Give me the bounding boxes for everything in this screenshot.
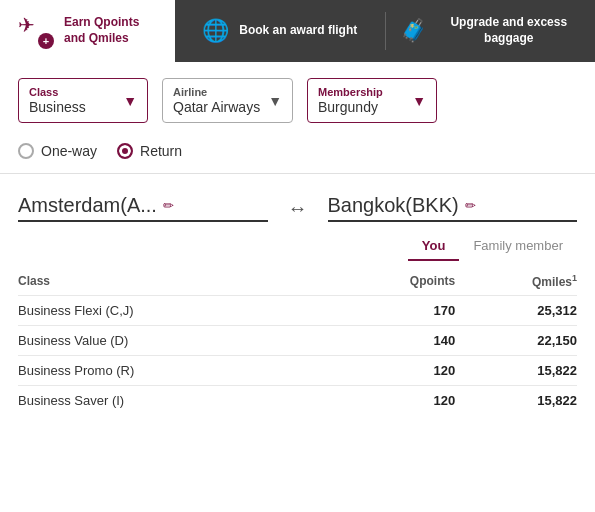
destination-text: Bangkok(BKK) (328, 194, 459, 217)
luggage-icon: 🧳 (400, 18, 427, 44)
destination-edit-icon[interactable]: ✏ (465, 198, 476, 213)
membership-filter-label: Membership (318, 86, 383, 98)
table-row: Business Value (D) 140 22,150 (18, 326, 577, 356)
class-chevron-icon: ▼ (123, 93, 137, 109)
airline-filter-inner: Airline Qatar Airways (173, 86, 260, 115)
tab-you-label: You (422, 238, 446, 253)
origin-value: Amsterdam(A... ✏ (18, 194, 268, 222)
airline-chevron-icon: ▼ (268, 93, 282, 109)
cell-qmiles: 15,822 (455, 386, 577, 416)
col-qpoints-header: Qpoints (333, 267, 456, 296)
earn-points-section: ✈ + Earn Qpoints and Qmiles (0, 0, 175, 62)
qpoints-table-wrap: Class Qpoints Qmiles1 Business Flexi (C,… (0, 267, 595, 431)
table-row: Business Saver (I) 120 15,822 (18, 386, 577, 416)
globe-icon: 🌐 (202, 18, 229, 44)
qpoints-table: Class Qpoints Qmiles1 Business Flexi (C,… (18, 267, 577, 415)
origin-edit-icon[interactable]: ✏ (163, 198, 174, 213)
membership-chevron-icon: ▼ (412, 93, 426, 109)
table-header-row: Class Qpoints Qmiles1 (18, 267, 577, 296)
trip-type-row: One-way Return (0, 133, 595, 174)
cell-class: Business Promo (R) (18, 356, 333, 386)
header-nav: 🌐 Book an award flight 🧳 Upgrade and exc… (175, 0, 595, 62)
header: ✈ + Earn Qpoints and Qmiles 🌐 Book an aw… (0, 0, 595, 62)
cell-qpoints: 120 (333, 356, 456, 386)
plus-icon: + (38, 33, 54, 49)
class-filter-inner: Class Business (29, 86, 86, 115)
tab-you[interactable]: You (408, 232, 460, 261)
return-radio[interactable]: Return (117, 143, 182, 159)
earn-label: Earn Qpoints and Qmiles (64, 15, 139, 46)
cell-qpoints: 140 (333, 326, 456, 356)
airline-filter[interactable]: Airline Qatar Airways ▼ (162, 78, 293, 123)
table-row: Business Promo (R) 120 15,822 (18, 356, 577, 386)
cell-qmiles: 22,150 (455, 326, 577, 356)
origin-text: Amsterdam(A... (18, 194, 157, 217)
route-row: Amsterdam(A... ✏ ↔ Bangkok(BKK) ✏ (0, 174, 595, 232)
membership-filter[interactable]: Membership Burgundy ▼ (307, 78, 437, 123)
table-body: Business Flexi (C,J) 170 25,312 Business… (18, 296, 577, 416)
filters-row: Class Business ▼ Airline Qatar Airways ▼… (0, 62, 595, 133)
one-way-label: One-way (41, 143, 97, 159)
cell-qmiles: 25,312 (455, 296, 577, 326)
qmiles-label: Qmiles (532, 275, 572, 289)
col-qmiles-header: Qmiles1 (455, 267, 577, 296)
destination-field: Bangkok(BKK) ✏ (328, 194, 578, 222)
earn-line1: Earn Qpoints (64, 15, 139, 29)
airline-filter-label: Airline (173, 86, 260, 98)
class-filter-value: Business (29, 99, 86, 115)
cell-qmiles: 15,822 (455, 356, 577, 386)
earn-icon-wrap: ✈ + (18, 13, 54, 49)
cell-class: Business Flexi (C,J) (18, 296, 333, 326)
one-way-radio[interactable]: One-way (18, 143, 97, 159)
cell-qpoints: 120 (333, 386, 456, 416)
cell-class: Business Saver (I) (18, 386, 333, 416)
col-class-header: Class (18, 267, 333, 296)
return-label: Return (140, 143, 182, 159)
cell-qpoints: 170 (333, 296, 456, 326)
table-row: Business Flexi (C,J) 170 25,312 (18, 296, 577, 326)
nav-upgrade-baggage[interactable]: 🧳 Upgrade and excess baggage (386, 0, 596, 62)
swap-arrow-icon: ↔ (288, 197, 308, 220)
airline-filter-value: Qatar Airways (173, 99, 260, 115)
cell-class: Business Value (D) (18, 326, 333, 356)
destination-value: Bangkok(BKK) ✏ (328, 194, 578, 222)
nav-book-label: Book an award flight (239, 23, 357, 39)
earn-line2: and Qmiles (64, 31, 129, 45)
tab-family-member[interactable]: Family member (459, 232, 577, 261)
membership-filter-inner: Membership Burgundy (318, 86, 383, 115)
class-filter-label: Class (29, 86, 86, 98)
qmiles-superscript: 1 (572, 273, 577, 283)
return-radio-circle (117, 143, 133, 159)
tab-family-member-label: Family member (473, 238, 563, 253)
origin-field: Amsterdam(A... ✏ (18, 194, 268, 222)
membership-filter-value: Burgundy (318, 99, 383, 115)
class-filter[interactable]: Class Business ▼ (18, 78, 148, 123)
one-way-radio-circle (18, 143, 34, 159)
nav-upgrade-label: Upgrade and excess baggage (437, 15, 582, 46)
tabs-row: You Family member (0, 232, 595, 261)
nav-book-award[interactable]: 🌐 Book an award flight (175, 0, 385, 62)
plane-icon: ✈ (18, 13, 35, 37)
